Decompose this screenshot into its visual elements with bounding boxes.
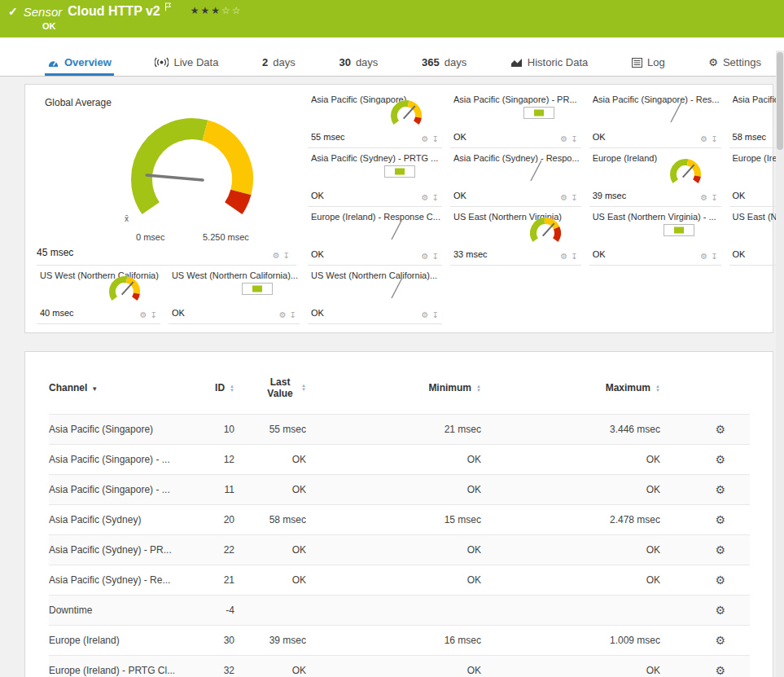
tab-365-days[interactable]: 365 days bbox=[419, 56, 469, 76]
tile-pin-icon[interactable]: ↧ bbox=[711, 194, 717, 202]
cell-maximum: OK bbox=[481, 656, 660, 677]
column-header-last-value[interactable]: Last Value▲▼ bbox=[234, 360, 306, 415]
scrollbar-thumb[interactable] bbox=[777, 52, 783, 150]
channel-settings-icon[interactable]: ⚙ bbox=[715, 634, 725, 647]
cell-id: 21 bbox=[195, 565, 234, 596]
cell-maximum: 2.478 msec bbox=[481, 505, 660, 535]
star-icon[interactable]: ★ bbox=[191, 5, 201, 16]
tile-pin-icon[interactable]: ↧ bbox=[571, 194, 577, 202]
tile-gear-icon[interactable]: ⚙ bbox=[700, 253, 707, 261]
tile-pin-icon[interactable]: ↧ bbox=[283, 252, 290, 260]
channel-gauge-tile[interactable]: Europe (Ireland) - Response C... OK ⚙ ↧ bbox=[308, 207, 442, 266]
table-row[interactable]: Asia Pacific (Singapore) - ... 12 OK OK … bbox=[49, 445, 750, 475]
tab-30-days[interactable]: 30 days bbox=[336, 56, 380, 76]
channel-settings-icon[interactable]: ⚙ bbox=[715, 483, 725, 496]
table-row[interactable]: Asia Pacific (Sydney) - Re... 21 OK OK O… bbox=[49, 565, 750, 596]
channel-gauge-tile[interactable]: US West (Northern California) 40 msec ⚙ … bbox=[37, 266, 160, 324]
channel-needle-graphic bbox=[385, 215, 408, 246]
table-row[interactable]: Asia Pacific (Singapore) - ... 11 OK OK … bbox=[49, 475, 750, 505]
cell-channel: Asia Pacific (Singapore) - ... bbox=[49, 475, 195, 505]
tab-live-data[interactable]: Live Data bbox=[152, 56, 221, 76]
tile-pin-icon[interactable]: ↧ bbox=[711, 253, 717, 261]
channel-gauge-tile[interactable]: Asia Pacific (Singapore) - Res... OK ⚙ ↧ bbox=[589, 90, 721, 148]
channel-gauge-tile[interactable]: Asia Pacific (Sydney) - Respo... OK ⚙ ↧ bbox=[450, 148, 581, 207]
column-header-minimum[interactable]: Minimum▲▼ bbox=[306, 360, 481, 415]
channel-settings-icon[interactable]: ⚙ bbox=[715, 604, 725, 617]
channel-bar-graphic bbox=[241, 279, 277, 303]
tab-label: Live Data bbox=[173, 56, 218, 68]
tile-gear-icon[interactable]: ⚙ bbox=[560, 135, 567, 143]
status-badge: OK bbox=[42, 21, 774, 31]
table-row[interactable]: Asia Pacific (Singapore) 10 55 msec 21 m… bbox=[49, 415, 750, 445]
tile-pin-icon[interactable]: ↧ bbox=[571, 135, 577, 143]
tile-gear-icon[interactable]: ⚙ bbox=[700, 194, 707, 202]
tab-2-days[interactable]: 2 days bbox=[260, 56, 298, 76]
tile-pin-icon[interactable]: ↧ bbox=[432, 253, 439, 261]
channel-gauge-tile[interactable]: Europe (Ireland) 39 msec ⚙ ↧ bbox=[589, 148, 721, 207]
tab-log[interactable]: Log bbox=[629, 56, 668, 76]
global-average-value: 45 msec bbox=[37, 247, 73, 258]
settings-icon: ⚙ bbox=[708, 58, 718, 68]
tile-gear-icon[interactable]: ⚙ bbox=[279, 311, 287, 319]
channel-gauge-tile[interactable]: Asia Pacific (Sydney) - PRTG ... OK ⚙ ↧ bbox=[308, 148, 442, 207]
tile-gear-icon[interactable]: ⚙ bbox=[422, 135, 429, 143]
tile-pin-icon[interactable]: ↧ bbox=[711, 135, 717, 143]
channel-gauge-tile[interactable]: US East (Northern Virginia) 33 msec ⚙ ↧ bbox=[450, 207, 581, 266]
channel-tile-value: OK bbox=[311, 191, 324, 200]
channel-tile-value: 58 msec bbox=[733, 132, 767, 142]
tile-gear-icon[interactable]: ⚙ bbox=[560, 194, 567, 202]
tile-gear-icon[interactable]: ⚙ bbox=[273, 252, 280, 260]
table-row[interactable]: Europe (Ireland) - PRTG Cl... 32 OK OK O… bbox=[49, 656, 750, 677]
column-header-channel[interactable]: Channel▼ bbox=[49, 360, 195, 415]
table-row[interactable]: Asia Pacific (Sydney) - PR... 22 OK OK O… bbox=[49, 535, 750, 565]
tile-gear-icon[interactable]: ⚙ bbox=[140, 311, 147, 319]
table-row[interactable]: Asia Pacific (Sydney) 20 58 msec 15 msec… bbox=[49, 505, 750, 535]
tile-gear-icon[interactable]: ⚙ bbox=[422, 253, 429, 261]
channel-table: Channel▼ ID▲▼ Last Value▲▼ Minimum▲▼ Max… bbox=[49, 360, 750, 677]
star-rating[interactable]: ★★★☆☆ bbox=[191, 2, 243, 17]
table-row[interactable]: Downtime -4 ⚙ bbox=[49, 596, 750, 626]
channel-settings-icon[interactable]: ⚙ bbox=[715, 664, 725, 677]
channel-gauge-tile[interactable]: Asia Pacific (Singapore) - PR... OK ⚙ ↧ bbox=[450, 90, 581, 148]
tile-pin-icon[interactable]: ↧ bbox=[290, 311, 296, 319]
channel-settings-icon[interactable]: ⚙ bbox=[715, 453, 725, 466]
channel-tile-value: OK bbox=[453, 132, 466, 142]
cell-last-value: OK bbox=[234, 656, 306, 677]
tab-label: Settings bbox=[723, 56, 761, 68]
tab-label: Historic Data bbox=[528, 56, 588, 68]
channel-settings-icon[interactable]: ⚙ bbox=[715, 513, 725, 526]
channel-gauge-tile[interactable]: Asia Pacific (Singapore) 55 msec ⚙ ↧ bbox=[308, 90, 442, 148]
table-row[interactable]: Europe (Ireland) 30 39 msec 16 msec 1.00… bbox=[49, 626, 750, 656]
cell-channel: Asia Pacific (Sydney) - PR... bbox=[49, 535, 195, 565]
tile-pin-icon[interactable]: ↧ bbox=[151, 311, 157, 319]
tab-historic-data[interactable]: Historic Data bbox=[508, 56, 590, 76]
star-icon[interactable]: ☆ bbox=[232, 5, 243, 16]
channel-tile-value: OK bbox=[311, 249, 324, 259]
channel-settings-icon[interactable]: ⚙ bbox=[715, 423, 725, 436]
tile-pin-icon[interactable]: ↧ bbox=[432, 135, 439, 143]
tile-gear-icon[interactable]: ⚙ bbox=[560, 253, 567, 261]
tile-pin-icon[interactable]: ↧ bbox=[571, 253, 577, 261]
star-icon[interactable]: ★ bbox=[211, 5, 221, 16]
tile-gear-icon[interactable]: ⚙ bbox=[700, 135, 707, 143]
check-icon: ✓ bbox=[8, 5, 18, 18]
channel-settings-icon[interactable]: ⚙ bbox=[715, 543, 725, 556]
channel-needle-graphic bbox=[524, 156, 547, 187]
column-header-maximum[interactable]: Maximum▲▼ bbox=[481, 360, 660, 415]
tile-pin-icon[interactable]: ↧ bbox=[432, 311, 439, 319]
star-icon[interactable]: ☆ bbox=[221, 5, 232, 16]
star-icon[interactable]: ★ bbox=[201, 5, 212, 16]
tab-settings[interactable]: ⚙ Settings bbox=[706, 56, 764, 76]
channel-settings-icon[interactable]: ⚙ bbox=[715, 574, 725, 587]
column-header-id[interactable]: ID▲▼ bbox=[195, 360, 234, 415]
tile-pin-icon[interactable]: ↧ bbox=[432, 194, 439, 202]
global-average-tile[interactable]: Global Average x̄ 0 msec 5.250 msec 45 m… bbox=[37, 90, 296, 266]
tile-gear-icon[interactable]: ⚙ bbox=[422, 311, 429, 319]
vertical-scrollbar[interactable] bbox=[776, 51, 784, 677]
channel-gauge-tile[interactable]: US West (Northern California)... OK ⚙ ↧ bbox=[169, 266, 300, 324]
flag-icon[interactable] bbox=[164, 0, 172, 15]
channel-gauge-tile[interactable]: US East (Northern Virginia) - ... OK ⚙ ↧ bbox=[589, 207, 721, 266]
tile-gear-icon[interactable]: ⚙ bbox=[422, 194, 429, 202]
tab-overview[interactable]: Overview bbox=[45, 56, 114, 76]
channel-gauge-tile[interactable]: US West (Northern California)... OK ⚙ ↧ bbox=[308, 266, 442, 324]
